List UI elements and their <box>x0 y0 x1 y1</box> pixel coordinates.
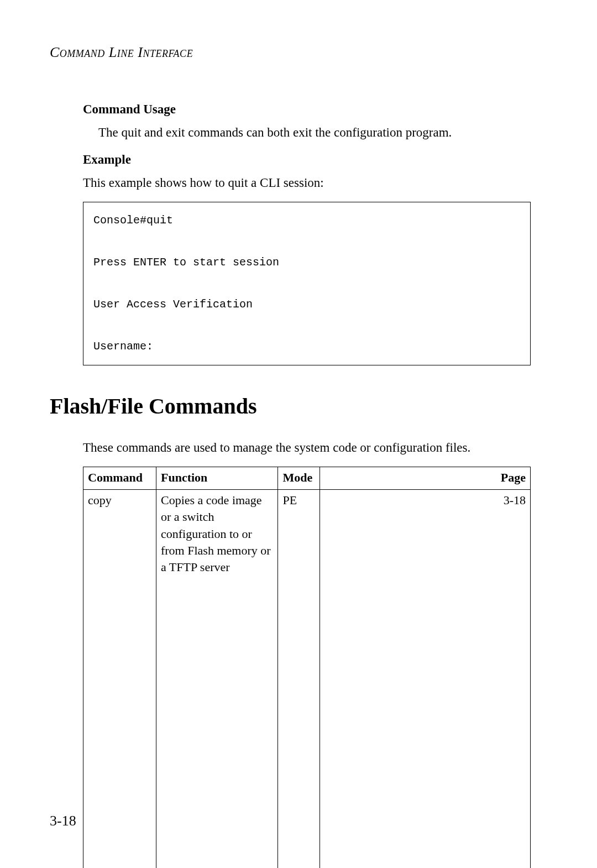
cell-command: copy <box>83 490 156 868</box>
section-title-flash-file-commands: Flash/File Commands <box>50 393 547 419</box>
th-mode: Mode <box>278 467 320 489</box>
table-header-row: Command Function Mode Page <box>83 467 531 489</box>
section-intro: These commands are used to manage the sy… <box>83 439 531 457</box>
example-code: Console#quit Press ENTER to start sessio… <box>83 202 531 365</box>
cell-page: 3-18 <box>320 490 531 868</box>
th-command: Command <box>83 467 156 489</box>
cell-function: Copies a code image or a switch configur… <box>156 490 277 868</box>
table-row: copy Copies a code image or a switch con… <box>83 490 531 868</box>
th-page: Page <box>320 467 531 489</box>
example-intro: This example shows how to quit a CLI ses… <box>83 174 531 192</box>
command-usage-text: The quit and exit commands can both exit… <box>83 124 531 142</box>
commands-table: Command Function Mode Page copy Copies a… <box>83 467 531 868</box>
page-number: 3-18 <box>50 813 76 829</box>
cell-mode: PE <box>278 490 320 868</box>
command-usage-block: Command Usage The quit and exit commands… <box>83 101 531 365</box>
running-header: Command Line Interface <box>50 44 547 61</box>
section-body: These commands are used to manage the sy… <box>83 439 531 868</box>
command-usage-heading: Command Usage <box>83 101 531 118</box>
example-heading: Example <box>83 151 531 169</box>
page: Command Line Interface Command Usage The… <box>0 0 597 868</box>
th-function: Function <box>156 467 277 489</box>
